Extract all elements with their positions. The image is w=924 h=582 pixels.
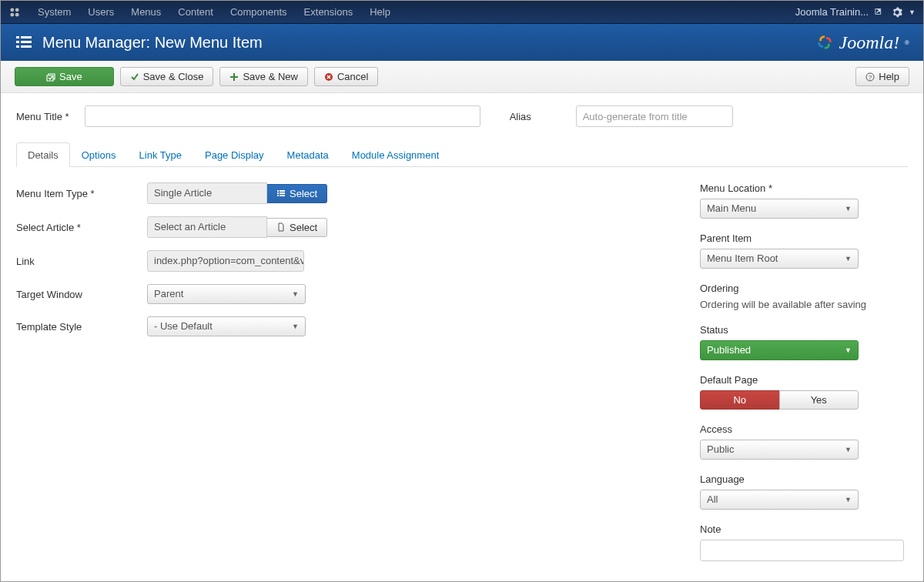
default-page-toggle: No Yes [700,390,859,410]
save-new-button[interactable]: Save & New [219,67,308,86]
save-button[interactable]: Save [15,67,114,86]
topnav-item-content[interactable]: Content [170,2,221,22]
cancel-icon [324,72,333,82]
svg-rect-7 [16,41,19,43]
status-select[interactable]: Published▼ [700,340,859,360]
page-title: Menu Manager: New Menu Item [42,34,263,52]
tab-details[interactable]: Details [16,142,70,167]
joomla-logo: Joomla!® [815,32,910,53]
tab-bar: Details Options Link Type Page Display M… [16,142,908,167]
plus-icon [229,72,239,82]
svg-rect-10 [21,45,32,48]
external-link-icon[interactable] [875,7,886,18]
access-select[interactable]: Public▼ [700,440,859,460]
gear-icon[interactable] [892,7,902,18]
default-page-label: Default Page [700,374,908,386]
details-panel: Menu Item Type * Single Article Select S… [16,182,669,575]
top-navbar: System Users Menus Content Components Ex… [1,1,923,24]
title-bar: Menu Manager: New Menu Item Joomla!® [1,24,923,61]
template-style-select[interactable]: - Use Default▼ [147,316,306,336]
language-select[interactable]: All▼ [700,490,859,510]
caret-down-icon: ▼ [292,323,299,330]
joomla-icon [8,5,22,19]
caret-down-icon: ▼ [845,346,852,354]
file-icon [276,222,286,232]
parent-item-label: Parent Item [700,232,908,244]
question-icon: ? [865,72,875,82]
select-type-button[interactable]: Select [267,184,327,203]
svg-rect-14 [277,190,279,192]
status-label: Status [700,324,908,336]
svg-point-0 [10,8,14,12]
select-article-label: Select Article * [16,222,147,233]
svg-rect-16 [277,192,279,194]
topnav-item-help[interactable]: Help [362,2,398,22]
target-window-label: Target Window [16,289,147,300]
save-close-button[interactable]: Save & Close [120,67,214,86]
tab-page-display[interactable]: Page Display [193,142,276,167]
select-article-button[interactable]: Select [267,218,327,237]
caret-down-icon: ▼ [292,290,299,298]
default-yes-button[interactable]: Yes [779,390,859,410]
template-style-label: Template Style [16,321,147,333]
menu-item-type-label: Menu Item Type * [16,188,147,199]
caret-down-icon: ▼ [845,255,852,263]
topnav-item-extensions[interactable]: Extensions [296,2,361,22]
link-label: Link [16,256,147,267]
svg-rect-5 [16,36,19,38]
tab-metadata[interactable]: Metadata [276,142,340,167]
link-value: index.php?option=com_content&vie [147,250,304,272]
menu-title-input[interactable] [85,105,480,127]
topnav-menu: System Users Menus Content Components Ex… [30,2,398,22]
menu-location-select[interactable]: Main Menu▼ [700,199,859,219]
parent-item-select[interactable]: Menu Item Root▼ [700,249,859,269]
default-no-button[interactable]: No [700,390,779,410]
toolbar: Save Save & Close Save & New Cancel ? He… [1,61,923,93]
menu-item-type-value: Single Article [147,182,267,204]
svg-point-2 [10,12,14,16]
svg-rect-15 [280,190,285,192]
topnav-item-users[interactable]: Users [80,2,122,22]
menu-location-label: Menu Location * [700,182,908,194]
topnav-item-system[interactable]: System [30,2,79,22]
svg-point-3 [15,12,19,16]
help-button[interactable]: ? Help [855,67,909,86]
note-label: Note [700,523,908,535]
ordering-hint: Ordering will be available after saving [700,299,908,310]
caret-down-icon: ▼ [845,205,852,212]
list-icon [276,189,286,198]
caret-down-icon: ▼ [845,446,852,453]
ordering-label: Ordering [700,283,908,294]
svg-rect-8 [21,41,32,43]
topnav-item-components[interactable]: Components [223,2,295,22]
note-input[interactable] [700,540,904,561]
svg-text:?: ? [869,74,872,81]
language-label: Language [700,473,908,485]
caret-down-icon: ▼ [845,496,852,503]
select-article-value: Select an Article [147,216,267,238]
svg-rect-9 [16,45,19,48]
svg-rect-19 [280,195,285,196]
site-name-link[interactable]: Joomla Trainin... [795,6,869,18]
topnav-item-menus[interactable]: Menus [123,2,169,22]
svg-rect-18 [277,195,279,196]
svg-rect-17 [280,192,285,194]
cancel-button[interactable]: Cancel [314,67,378,86]
caret-down-icon[interactable]: ▼ [909,8,916,16]
access-label: Access [700,423,908,435]
sidebar-panel: Menu Location * Main Menu▼ Parent Item M… [700,182,908,575]
svg-rect-6 [21,36,32,38]
target-window-select[interactable]: Parent▼ [147,284,306,304]
svg-point-1 [15,8,19,12]
alias-label: Alias [510,111,561,122]
check-icon [46,72,55,82]
check-icon [130,72,139,82]
tab-link-type[interactable]: Link Type [128,142,193,167]
tab-options[interactable]: Options [70,142,128,167]
menu-title-label: Menu Title * [16,111,69,122]
list-icon [15,33,33,52]
tab-module-assignment[interactable]: Module Assignment [340,142,450,167]
alias-input[interactable] [576,105,733,127]
